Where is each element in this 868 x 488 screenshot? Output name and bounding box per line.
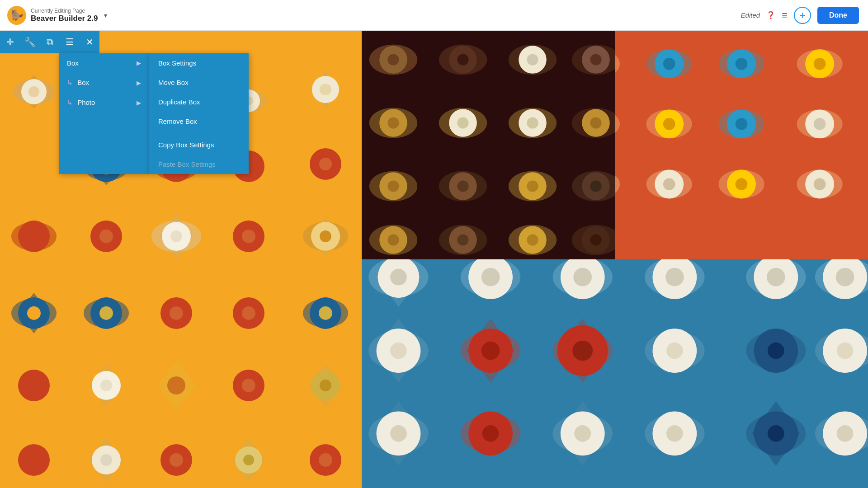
done-button[interactable]: Done bbox=[817, 7, 859, 24]
help-icon[interactable]: ❓ bbox=[766, 11, 775, 19]
svg-point-80 bbox=[457, 54, 468, 65]
svg-point-198 bbox=[572, 341, 593, 361]
gallery-panel-orange bbox=[615, 31, 868, 259]
svg-point-122 bbox=[590, 234, 601, 245]
svg-point-113 bbox=[387, 234, 399, 245]
svg-point-228 bbox=[837, 425, 854, 442]
svg-point-194 bbox=[481, 342, 500, 360]
svg-point-43 bbox=[99, 306, 113, 320]
close-tool[interactable]: ✕ bbox=[80, 31, 99, 53]
svg-point-55 bbox=[100, 380, 112, 391]
add-element-tool[interactable]: ✛ bbox=[0, 31, 20, 53]
svg-point-153 bbox=[615, 170, 620, 199]
svg-point-101 bbox=[387, 180, 399, 192]
toolbar-strip: ✛ 🔧 ⧉ ☰ ✕ bbox=[0, 31, 99, 53]
box-settings-label: Box Settings bbox=[158, 59, 196, 67]
svg-point-204 bbox=[768, 343, 784, 359]
svg-point-24 bbox=[27, 230, 41, 243]
svg-point-180 bbox=[665, 268, 684, 286]
menu-divider bbox=[149, 133, 249, 133]
svg-point-174 bbox=[481, 268, 500, 286]
topbar-right: Edited ❓ ≡ + Done bbox=[741, 7, 868, 24]
indent-icon: ↳ bbox=[67, 79, 75, 86]
menu-item-box-child-label: ↳ Box bbox=[67, 79, 89, 87]
paste-box-settings-label: Paste Box Settings bbox=[158, 160, 216, 168]
svg-point-52 bbox=[27, 379, 41, 392]
list-icon[interactable]: ≡ bbox=[782, 9, 788, 21]
svg-point-59 bbox=[242, 379, 255, 392]
svg-point-57 bbox=[167, 376, 185, 394]
svg-point-149 bbox=[814, 118, 826, 130]
svg-point-214 bbox=[482, 425, 499, 442]
menu-item-box-child[interactable]: ↳ Box ▶ bbox=[59, 73, 149, 93]
svg-point-62 bbox=[320, 380, 331, 391]
svg-point-146 bbox=[736, 118, 748, 130]
move-box-label: Move Box bbox=[158, 79, 189, 86]
copy-box-settings-label: Copy Box Settings bbox=[158, 141, 214, 149]
svg-point-72 bbox=[243, 455, 254, 465]
svg-point-95 bbox=[527, 117, 538, 128]
menu-item-box-settings[interactable]: Box Settings bbox=[149, 53, 249, 73]
svg-point-177 bbox=[573, 268, 592, 286]
chevron-down-icon[interactable]: ▾ bbox=[104, 12, 107, 19]
svg-point-40 bbox=[27, 306, 41, 320]
svg-point-110 bbox=[590, 180, 601, 192]
canvas-area: ✛ 🔧 ⧉ ☰ ✕ bbox=[0, 31, 362, 488]
add-icon[interactable]: + bbox=[794, 7, 811, 24]
svg-point-83 bbox=[527, 54, 538, 65]
list-tool[interactable]: ☰ bbox=[60, 31, 80, 53]
svg-point-92 bbox=[457, 117, 468, 128]
topbar: 🦫 Currently Editing Page Beaver Builder … bbox=[0, 0, 868, 31]
menu-item-duplicate-box[interactable]: Duplicate Box bbox=[149, 92, 249, 112]
svg-point-158 bbox=[663, 178, 675, 190]
svg-point-64 bbox=[27, 453, 41, 467]
arrow-icon: ▶ bbox=[137, 60, 141, 66]
svg-point-30 bbox=[170, 230, 182, 242]
menu-item-paste-box-settings[interactable]: Paste Box Settings bbox=[149, 155, 249, 174]
app-name-label: Beaver Builder 2.9 bbox=[31, 14, 98, 23]
beaver-logo: 🦫 bbox=[7, 6, 26, 25]
main-content: ✛ 🔧 ⧉ ☰ ✕ bbox=[0, 31, 868, 488]
menu-item-photo-label: ↳ Photo bbox=[67, 99, 95, 107]
menu-item-copy-box-settings[interactable]: Copy Box Settings bbox=[149, 135, 249, 155]
menu-item-remove-box[interactable]: Remove Box bbox=[149, 112, 249, 131]
context-menu-level1: Box ▶ ↳ Box ▶ ↳ Photo ▶ bbox=[59, 53, 149, 174]
svg-point-138 bbox=[615, 109, 620, 138]
orange-pattern bbox=[615, 31, 868, 259]
svg-point-98 bbox=[590, 117, 601, 128]
topbar-left: 🦫 Currently Editing Page Beaver Builder … bbox=[0, 6, 170, 25]
svg-point-36 bbox=[320, 230, 331, 242]
svg-point-123 bbox=[615, 49, 620, 78]
edited-badge: Edited bbox=[741, 11, 760, 19]
svg-point-21 bbox=[319, 158, 332, 170]
svg-point-67 bbox=[100, 454, 112, 466]
svg-point-221 bbox=[666, 425, 683, 442]
gallery-panel-dark-brown bbox=[362, 31, 615, 259]
svg-point-207 bbox=[837, 343, 854, 359]
teal-pattern bbox=[362, 259, 868, 488]
currently-editing-label: Currently Editing Page bbox=[31, 8, 98, 14]
menu-item-photo[interactable]: ↳ Photo ▶ bbox=[59, 93, 149, 113]
svg-point-161 bbox=[736, 178, 748, 190]
svg-point-107 bbox=[527, 180, 538, 192]
svg-point-119 bbox=[527, 234, 538, 245]
svg-point-32 bbox=[242, 230, 255, 243]
svg-point-3 bbox=[28, 86, 39, 97]
gallery-area bbox=[362, 31, 868, 488]
menu-item-box[interactable]: Box ▶ bbox=[59, 53, 149, 73]
settings-tool[interactable]: 🔧 bbox=[20, 31, 40, 53]
svg-point-19 bbox=[320, 84, 331, 95]
arrow-icon-3: ▶ bbox=[137, 99, 141, 106]
svg-point-225 bbox=[768, 425, 784, 442]
menu-item-box-label: Box bbox=[67, 59, 79, 67]
svg-point-26 bbox=[99, 230, 113, 243]
svg-point-134 bbox=[814, 58, 826, 70]
menu-item-move-box[interactable]: Move Box bbox=[149, 73, 249, 92]
remove-box-label: Remove Box bbox=[158, 117, 197, 125]
arrow-icon-2: ▶ bbox=[137, 80, 141, 86]
svg-point-47 bbox=[242, 306, 255, 320]
duplicate-tool[interactable]: ⧉ bbox=[40, 31, 60, 53]
svg-point-201 bbox=[666, 343, 683, 359]
svg-point-171 bbox=[390, 269, 407, 286]
svg-point-50 bbox=[319, 306, 332, 320]
